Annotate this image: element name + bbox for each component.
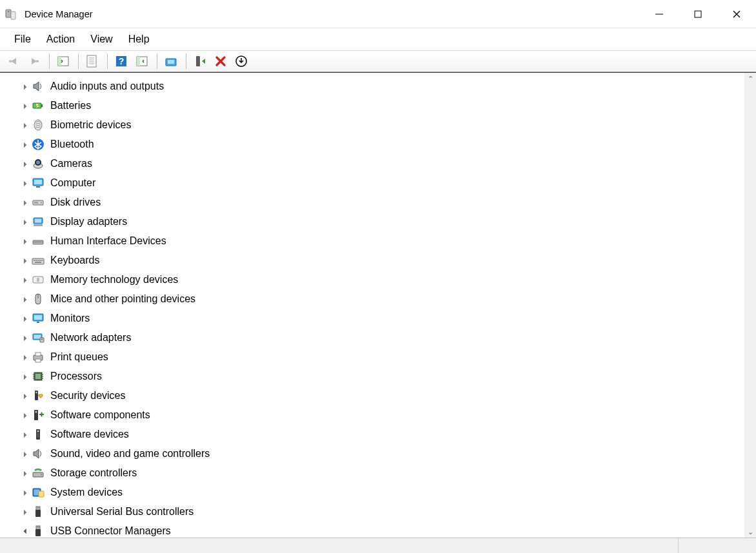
tree-category[interactable]: ⏵Audio inputs and outputs <box>19 77 744 96</box>
expand-icon[interactable]: ⏵ <box>19 392 31 400</box>
toolbar-separator <box>157 53 157 69</box>
expand-icon[interactable]: ⏵ <box>19 199 31 206</box>
disk-icon <box>31 195 45 209</box>
tree-category[interactable]: ⏵Network adapters <box>19 328 744 347</box>
tree-category[interactable]: ⏵Biometric devices <box>19 115 744 135</box>
speaker-icon <box>31 447 45 461</box>
expand-icon[interactable]: ⏵ <box>19 82 31 90</box>
tree-category[interactable]: ⏵Cameras <box>19 154 744 173</box>
scan-hardware-button[interactable] <box>132 52 152 70</box>
bluetooth-icon <box>31 137 45 151</box>
tree-category[interactable]: ⏵Processors <box>19 367 744 386</box>
tree-category[interactable]: ⏵Software devices <box>19 425 744 444</box>
mouse-icon <box>31 292 45 306</box>
expand-icon[interactable]: ⏵ <box>19 315 31 322</box>
menu-view[interactable]: View <box>83 30 120 48</box>
tree-category[interactable]: ⏵Mice and other pointing devices <box>19 289 744 309</box>
tree-category[interactable]: ⏵Display adapters <box>19 212 744 231</box>
expand-icon[interactable]: ⏵ <box>19 160 31 168</box>
expand-icon[interactable]: ⏵ <box>19 121 31 129</box>
window-title: Device Manager <box>25 9 93 19</box>
expand-icon[interactable]: ⏵ <box>19 141 31 148</box>
title-bar: Device Manager <box>0 0 756 28</box>
tree-category[interactable]: ⏵Print queues <box>19 347 744 367</box>
tree-category[interactable]: ⏵Sound, video and game controllers <box>19 444 744 463</box>
hid-icon <box>31 234 45 248</box>
expand-icon[interactable]: ⏵ <box>19 469 31 477</box>
expand-icon[interactable]: ⏵ <box>19 373 31 380</box>
show-hide-console-button[interactable] <box>54 52 73 70</box>
expand-icon[interactable]: ⏵ <box>19 257 31 264</box>
tree-category[interactable]: ⏵Human Interface Devices <box>19 231 744 251</box>
svg-rect-38 <box>34 224 43 226</box>
memory-icon <box>31 273 45 287</box>
svg-rect-25 <box>41 104 43 107</box>
svg-rect-48 <box>41 260 43 261</box>
help-button[interactable]: ? <box>112 52 131 70</box>
tree-category[interactable]: ⏵Security devices <box>19 386 744 405</box>
expand-icon[interactable]: ⏵ <box>19 334 31 342</box>
expand-icon[interactable]: ⏵ <box>19 411 31 419</box>
software-icon <box>31 427 45 441</box>
disable-device-button[interactable] <box>211 52 230 70</box>
maximize-button[interactable] <box>679 0 717 28</box>
storage-icon <box>31 466 45 480</box>
expand-icon[interactable]: ⏵ <box>19 353 31 361</box>
menu-file[interactable]: File <box>6 30 39 48</box>
scroll-up-button[interactable]: ⌃ <box>744 73 756 84</box>
close-button[interactable] <box>717 0 756 28</box>
tree-category[interactable]: ⏵Monitors <box>19 309 744 328</box>
status-cell <box>0 538 679 553</box>
expand-icon[interactable]: ⏵ <box>19 508 31 516</box>
minimize-button[interactable] <box>640 0 679 28</box>
enable-device-button[interactable] <box>190 52 210 70</box>
tree-category[interactable]: ⏵Batteries <box>19 96 744 115</box>
svg-rect-43 <box>32 258 44 264</box>
tree-category[interactable]: ⏵Computer <box>19 173 744 193</box>
tree-category[interactable]: ⏵Software components <box>19 405 744 425</box>
svg-point-1 <box>8 11 9 12</box>
expand-icon[interactable]: ⏵ <box>19 489 31 496</box>
update-driver-button[interactable] <box>161 52 181 70</box>
svg-rect-21 <box>168 60 174 64</box>
expand-icon[interactable]: ⏵ <box>19 218 31 226</box>
expand-icon[interactable]: ⏵ <box>19 276 31 284</box>
vertical-scrollbar[interactable]: ⌃ ⌄ <box>744 73 756 538</box>
expand-icon[interactable]: ⏵ <box>19 295 31 303</box>
nav-back-button[interactable] <box>4 52 23 70</box>
uninstall-device-button[interactable] <box>232 52 251 70</box>
fingerprint-icon <box>31 118 45 132</box>
svg-point-30 <box>36 160 40 164</box>
tree-category[interactable]: ⏵Keyboards <box>19 251 744 270</box>
toolbar-separator <box>78 53 79 69</box>
tree-category[interactable]: ⏵System devices <box>19 483 744 502</box>
expand-icon[interactable]: ⏵ <box>19 237 31 245</box>
expand-icon[interactable]: ⏵ <box>19 102 31 110</box>
menu-action[interactable]: Action <box>39 30 83 48</box>
tree-category[interactable]: ⏵Memory technology devices <box>19 270 744 289</box>
tree-category[interactable]: ⏵Bluetooth <box>19 135 744 154</box>
nav-forward-button[interactable] <box>25 52 44 70</box>
svg-point-82 <box>41 474 42 476</box>
tree-category-label: Human Interface Devices <box>49 235 168 247</box>
tree-category[interactable]: ⏵Disk drives <box>19 193 744 212</box>
tree-category-label: Monitors <box>49 312 91 325</box>
expand-icon[interactable]: ⏵ <box>19 179 31 187</box>
status-bar <box>0 538 756 553</box>
device-tree[interactable]: ⏵Audio inputs and outputs⏵Batteries⏵Biom… <box>0 73 744 538</box>
svg-rect-46 <box>37 260 39 261</box>
tree-category[interactable]: ⏵Universal Serial Bus controllers <box>19 502 744 521</box>
svg-rect-87 <box>35 510 41 517</box>
scroll-down-button[interactable]: ⌄ <box>744 526 756 538</box>
tree-category[interactable]: ⏷USB Connector Managers <box>19 521 744 538</box>
expand-icon[interactable]: ⏵ <box>19 431 31 438</box>
collapse-icon[interactable]: ⏷ <box>21 525 29 537</box>
svg-rect-51 <box>37 278 39 282</box>
tree-category[interactable]: ⏵Storage controllers <box>19 463 744 483</box>
svg-rect-8 <box>36 61 39 63</box>
tree-category-label: Audio inputs and outputs <box>49 80 165 93</box>
expand-icon[interactable]: ⏵ <box>19 450 31 458</box>
properties-button[interactable] <box>83 52 102 70</box>
svg-rect-36 <box>34 202 38 204</box>
menu-help[interactable]: Help <box>121 30 157 48</box>
